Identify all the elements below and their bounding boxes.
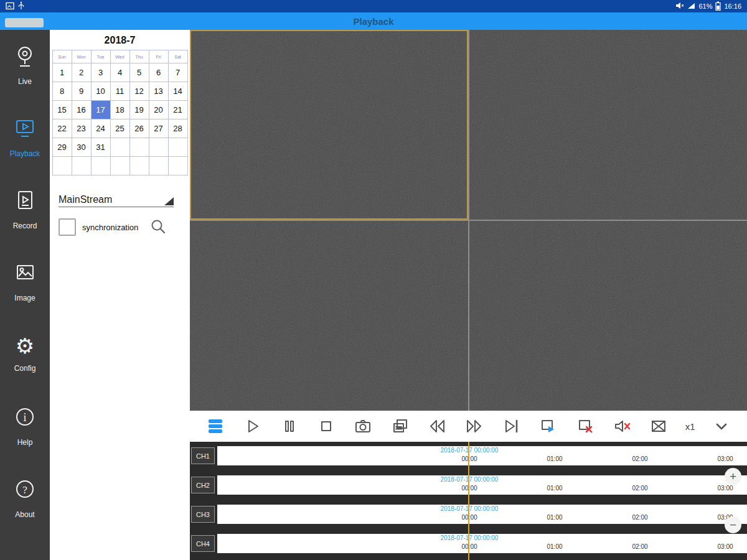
channel-label[interactable]: CH4 [191,535,215,552]
sidebar-item-config[interactable]: ⚙ Config [0,332,50,390]
calendar-day[interactable]: 10 [91,82,110,101]
close-all-button[interactable] [648,416,669,437]
sidebar-item-about[interactable]: ? About [0,477,50,534]
record-list-button[interactable] [390,416,411,437]
calendar-day-selected[interactable]: 17 [91,101,110,119]
video-pane-1[interactable] [190,30,468,220]
calendar-day[interactable]: 18 [110,101,129,119]
calendar-day[interactable]: 31 [91,138,110,157]
sidebar: Live Playback Record Image ⚙ Config [0,30,50,560]
video-pane-3[interactable] [190,221,468,411]
question-icon: ? [12,477,37,506]
calendar-day[interactable]: 22 [52,119,72,138]
hour-tick: 01:00 [547,543,562,550]
notification-handle [5,18,44,27]
calendar-day[interactable]: 29 [52,138,72,157]
channel-label[interactable]: CH3 [191,506,215,523]
search-button[interactable] [149,218,167,236]
calendar-day[interactable]: 15 [52,101,72,119]
sidebar-item-label: Live [18,78,32,85]
timeline-strip-ch1[interactable]: 2018-07-17 00:00:00 00:00 01:00 02:00 03… [217,446,747,465]
calendar-day[interactable]: 25 [110,119,129,138]
sidebar-item-record[interactable]: Record [0,188,50,245]
calendar-day[interactable]: 6 [149,63,168,82]
video-pane-4[interactable] [469,221,747,411]
battery-level: 61% [698,2,712,10]
calendar-month-title: 2018-7 [50,35,190,46]
weekday-header: Fri [149,50,168,63]
channel-label[interactable]: CH2 [191,477,215,493]
calendar-day-empty [129,138,149,157]
fast-forward-button[interactable] [464,416,485,437]
calendar-day[interactable]: 21 [168,101,187,119]
clip-start-button[interactable] [537,416,558,437]
calendar-day[interactable]: 16 [72,101,91,119]
status-right: 61% 16:16 [675,1,741,12]
status-bar: 61% 16:16 [0,0,747,12]
sidebar-item-image[interactable]: Image [0,260,50,317]
screenshot-icon [6,2,14,11]
calendar-day[interactable]: 9 [72,82,91,101]
hour-tick: 00:00 [461,485,477,492]
sidebar-item-playback[interactable]: Playback [0,116,50,173]
clip-cancel-button[interactable] [575,416,596,437]
calendar-day[interactable]: 19 [129,101,149,119]
calendar-day[interactable]: 12 [129,82,149,101]
dropdown-triangle-icon [164,197,174,205]
snapshot-button[interactable] [352,416,374,437]
calendar-day[interactable]: 4 [110,63,129,82]
calendar-day-empty [91,157,110,175]
rewind-button[interactable] [426,416,448,437]
synchronization-checkbox[interactable] [59,218,76,236]
stop-button[interactable] [316,416,337,437]
calendar-day-empty [110,138,129,157]
app-title-bar: Playback [0,12,747,30]
sidebar-item-help[interactable]: i Help [0,404,50,462]
sidebar-item-label: Playback [10,150,40,157]
calendar-day[interactable]: 27 [149,119,168,138]
calendar-day[interactable]: 20 [149,101,168,119]
timeline-zoom-out-button[interactable]: − [725,516,741,533]
play-button[interactable] [242,416,263,437]
sidebar-item-label: About [15,511,34,518]
timeline-strip-ch3[interactable]: 2018-07-17 00:00:00 00:00 01:00 02:00 03… [217,505,747,524]
calendar-day[interactable]: 2 [72,63,91,82]
timeline-strip-ch2[interactable]: 2018-07-17 00:00:00 00:00 01:00 02:00 03… [217,475,747,495]
calendar-day[interactable]: 5 [129,63,149,82]
calendar-day[interactable]: 30 [72,138,91,157]
timeline-zoom-in-button[interactable]: + [725,468,741,485]
timeline-strip-ch4[interactable]: 2018-07-17 00:00:00 00:00 01:00 02:00 03… [217,534,747,553]
mute-icon [675,2,684,11]
mute-button[interactable] [611,416,632,437]
calendar-day-empty [168,138,187,157]
calendar-day[interactable]: 28 [168,119,187,138]
calendar-day[interactable]: 23 [72,119,91,138]
video-pane-2[interactable] [469,30,747,220]
sidebar-item-live[interactable]: Live [0,44,50,101]
weekday-header: Sat [168,50,187,63]
status-left-icons [6,1,24,11]
calendar-day[interactable]: 3 [91,63,110,82]
stream-select[interactable]: MainStream [59,194,174,207]
svg-text:?: ? [22,484,27,496]
calendar-day-empty [168,157,187,175]
calendar-day[interactable]: 8 [52,82,72,101]
disk-icon-button[interactable] [205,416,226,437]
collapse-toolbar-button[interactable] [711,416,732,437]
hour-tick: 02:00 [632,485,647,492]
calendar-day[interactable]: 7 [168,63,187,82]
next-frame-button[interactable] [500,416,522,437]
channel-label[interactable]: CH1 [191,447,215,464]
calendar-day[interactable]: 14 [168,82,187,101]
calendar-day[interactable]: 1 [52,63,72,82]
calendar-day-empty [129,157,149,175]
calendar-day[interactable]: 24 [91,119,110,138]
calendar-day[interactable]: 13 [149,82,168,101]
hour-tick: 01:00 [547,514,562,521]
pause-button[interactable] [279,416,300,437]
playback-speed[interactable]: x1 [685,416,695,437]
calendar-day[interactable]: 26 [129,119,149,138]
calendar-day[interactable]: 11 [110,82,129,101]
calendar: Sun Mon Tue Wed Thu Fri Sat 1 2 3 4 5 6 [52,50,188,175]
status-time: 16:16 [724,2,741,10]
